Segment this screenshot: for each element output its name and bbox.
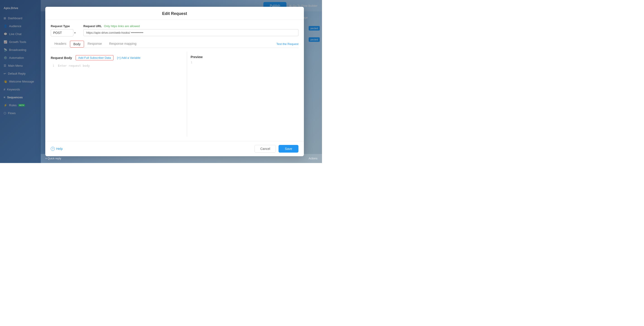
save-button[interactable]: Save	[278, 145, 298, 153]
quick-reply-button[interactable]: + Quick reply	[45, 157, 61, 160]
modal-body: Request Type POST GET PUT DELETE ▼ Reque…	[45, 20, 304, 141]
tab-body[interactable]: Body	[70, 41, 84, 47]
help-icon: ?	[51, 147, 55, 151]
tabs-row: Headers Body Response Response mapping T…	[51, 40, 298, 48]
body-line-number: 1	[52, 64, 54, 67]
request-type-group: Request Type POST GET PUT DELETE ▼	[51, 24, 78, 36]
add-full-subscriber-data-button[interactable]: Add Full Subscriber Data	[76, 55, 114, 60]
edit-request-modal: Edit Request Request Type POST GET PUT D…	[45, 7, 304, 156]
tab-response-mapping[interactable]: Response mapping	[106, 40, 140, 48]
request-type-label: Request Type	[51, 24, 78, 28]
content-area: Request Body Add Full Subscriber Data {+…	[51, 51, 298, 137]
form-row-top: Request Type POST GET PUT DELETE ▼ Reque…	[51, 24, 298, 36]
add-variable-button[interactable]: {+} Add a Variable	[117, 56, 140, 59]
test-request-link[interactable]: Test the Request	[276, 42, 298, 46]
request-body-header: Request Body Add Full Subscriber Data {+…	[51, 55, 187, 63]
request-url-label: Request URL Only https links are allowed	[83, 24, 298, 28]
help-label: Help	[56, 147, 63, 151]
request-type-select[interactable]: POST GET PUT DELETE	[51, 29, 73, 36]
body-placeholder: Enter request body	[58, 64, 90, 67]
request-url-group: Request URL Only https links are allowed	[83, 24, 298, 36]
actions-label: Actions	[309, 157, 318, 160]
request-body-section: Request Body Add Full Subscriber Data {+…	[51, 51, 187, 137]
tab-response[interactable]: Response	[84, 40, 106, 48]
preview-line-number: 1	[191, 61, 295, 64]
help-link[interactable]: ? Help	[51, 147, 63, 151]
modal-header: Edit Request	[45, 7, 304, 20]
request-body-title: Request Body	[51, 56, 72, 60]
tab-headers[interactable]: Headers	[51, 40, 70, 48]
preview-title: Preview	[191, 55, 295, 59]
request-url-input[interactable]	[83, 29, 298, 36]
body-editor[interactable]: 1 Enter request body	[51, 63, 187, 68]
modal-title: Edit Request	[51, 11, 298, 16]
footer-actions: Cancel Save	[254, 145, 298, 153]
cancel-button[interactable]: Cancel	[254, 145, 276, 153]
request-url-hint: Only https links are allowed	[104, 24, 140, 28]
preview-section: Preview 1	[187, 51, 298, 137]
request-type-select-wrapper: POST GET PUT DELETE ▼	[51, 29, 78, 36]
bottom-bar: + Quick reply Actions	[41, 154, 322, 163]
select-arrow-icon: ▼	[74, 32, 76, 34]
